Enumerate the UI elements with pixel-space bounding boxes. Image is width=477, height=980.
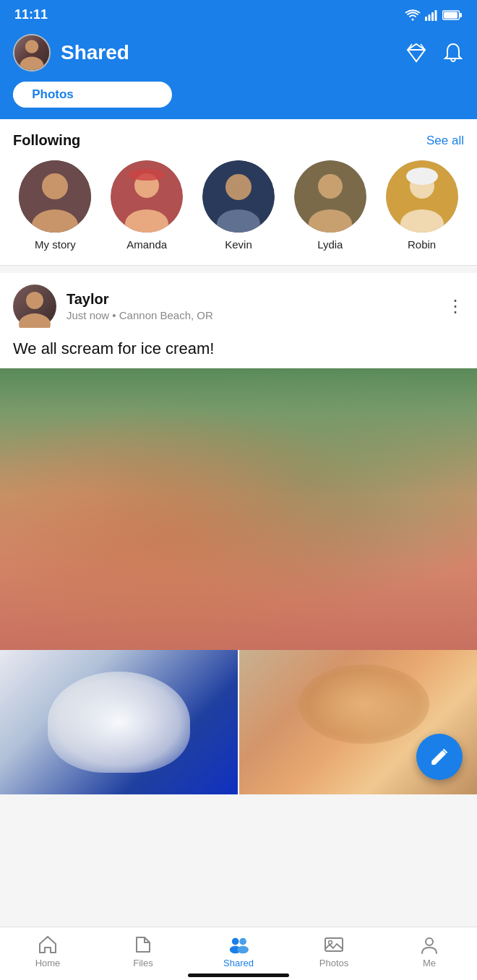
following-header: Following See all	[13, 132, 464, 149]
tab-pills: Photos Files	[13, 82, 172, 108]
svg-rect-0	[425, 17, 427, 21]
see-all-button[interactable]: See all	[426, 134, 464, 148]
following-name-robin: Robin	[408, 238, 436, 251]
svg-point-21	[225, 174, 252, 200]
nav-label-shared: Shared	[223, 958, 254, 968]
svg-point-19	[129, 169, 165, 181]
diamond-icon[interactable]	[405, 41, 428, 64]
svg-point-14	[42, 173, 68, 199]
nav-item-me[interactable]: Me	[400, 935, 458, 968]
nav-item-photos[interactable]: Photos	[305, 935, 363, 968]
status-bar: 11:11	[0, 0, 477, 28]
svg-rect-37	[325, 938, 343, 951]
post-caption: We all scream for ice cream!	[0, 337, 477, 368]
post-main-photo[interactable]	[0, 368, 477, 650]
header-title: Shared	[61, 41, 395, 64]
files-icon	[133, 935, 153, 955]
svg-point-33	[232, 938, 239, 945]
bell-icon[interactable]	[442, 42, 464, 64]
edit-icon	[429, 747, 450, 767]
following-title: Following	[13, 132, 80, 149]
signal-icon	[425, 9, 438, 21]
following-item-kevin[interactable]: Kevin	[202, 160, 275, 251]
shared-icon	[228, 935, 249, 955]
svg-rect-2	[431, 12, 434, 21]
svg-point-29	[406, 168, 438, 185]
svg-rect-3	[435, 10, 437, 21]
status-time: 11:11	[14, 7, 48, 22]
header-icons	[405, 41, 464, 64]
header: Shared	[0, 28, 477, 82]
following-avatar-amanda	[111, 160, 183, 233]
post-more-button[interactable]: ⋮	[447, 298, 464, 315]
svg-point-31	[19, 313, 51, 328]
svg-rect-1	[429, 14, 431, 21]
following-item-amanda[interactable]: Amanda	[111, 160, 183, 251]
svg-point-24	[318, 174, 343, 199]
nav-label-files: Files	[133, 958, 152, 968]
nav-item-home[interactable]: Home	[19, 935, 77, 968]
post-header: Taylor Just now • Cannon Beach, OR ⋮	[0, 273, 477, 337]
following-section: Following See all My story	[0, 119, 477, 266]
wifi-icon	[405, 9, 421, 21]
following-item-robin[interactable]: Robin	[386, 160, 458, 251]
following-avatar-mystory	[19, 160, 91, 233]
svg-point-36	[237, 946, 249, 954]
post-avatar[interactable]	[13, 285, 56, 328]
following-name-mystory: My story	[35, 238, 76, 251]
nav-item-files[interactable]: Files	[114, 935, 172, 968]
tab-photos[interactable]: Photos	[13, 82, 93, 108]
status-icons	[405, 9, 463, 21]
battery-icon	[442, 10, 463, 20]
header-avatar[interactable]	[13, 34, 51, 71]
post-time-location: Just now • Cannon Beach, OR	[66, 309, 437, 321]
svg-rect-5	[460, 13, 462, 17]
post-photo-bottom-left[interactable]	[0, 650, 238, 794]
following-name-kevin: Kevin	[225, 238, 252, 251]
content-area: Following See all My story	[0, 119, 477, 859]
nav-label-me: Me	[423, 958, 436, 968]
post-main-photo-inner	[0, 368, 477, 650]
home-icon	[38, 935, 58, 955]
svg-point-8	[20, 56, 43, 70]
tab-bar: Photos Files	[0, 82, 477, 119]
post-meta: Taylor Just now • Cannon Beach, OR	[66, 291, 437, 321]
following-item-lydia[interactable]: Lydia	[294, 160, 366, 251]
create-story-fab[interactable]	[416, 734, 463, 780]
svg-point-39	[426, 938, 433, 945]
svg-point-35	[239, 938, 246, 945]
following-avatar-kevin	[202, 160, 275, 233]
following-avatar-robin	[386, 160, 458, 233]
post-photo-row	[0, 650, 477, 794]
following-list: My story Amanda	[13, 160, 464, 251]
nav-label-photos: Photos	[319, 958, 348, 968]
nav-item-shared[interactable]: Shared	[210, 935, 267, 968]
following-name-lydia: Lydia	[317, 238, 343, 251]
bottom-nav: Home Files Shared Photos	[0, 927, 477, 980]
bottom-indicator	[188, 974, 289, 977]
nav-label-home: Home	[35, 958, 61, 968]
following-item-mystory[interactable]: My story	[19, 160, 91, 251]
post-author: Taylor	[66, 291, 437, 308]
svg-point-38	[329, 941, 332, 945]
svg-point-7	[25, 40, 38, 53]
tab-files[interactable]: Files	[93, 82, 172, 108]
photos-icon	[324, 935, 344, 955]
svg-point-30	[26, 292, 43, 309]
me-icon	[419, 935, 439, 955]
following-name-amanda: Amanda	[126, 238, 167, 251]
post-section: Taylor Just now • Cannon Beach, OR ⋮ We …	[0, 273, 477, 794]
svg-rect-6	[444, 12, 457, 18]
following-avatar-lydia	[294, 160, 366, 233]
